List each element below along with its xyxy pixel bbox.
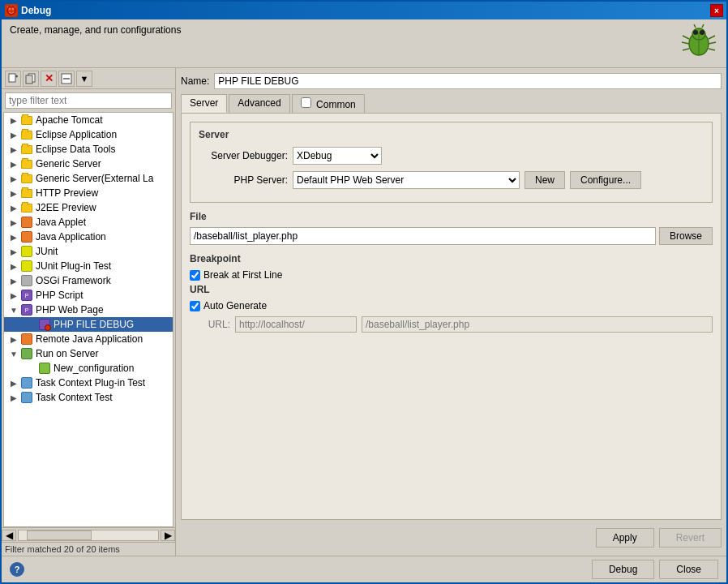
collapse-button[interactable]	[58, 71, 75, 87]
right-panel: Name: Server Advanced Common	[176, 68, 726, 556]
url-label: URL:	[190, 319, 230, 330]
tree-item-php-script[interactable]: ▶ P PHP Script	[4, 288, 173, 303]
tree-item-eclipse-data-tools[interactable]: ▶ Eclipse Data Tools	[4, 142, 173, 157]
debugger-label: Server Debugger:	[199, 150, 288, 161]
new-config-button[interactable]	[5, 71, 21, 87]
junit-icon	[20, 245, 33, 258]
tree-item-label: PHP Script	[36, 290, 83, 301]
php-server-row: PHP Server: Default PHP Web Server New C…	[199, 171, 704, 189]
expand-icon: ▶	[7, 260, 20, 273]
svg-line-15	[709, 42, 716, 44]
horizontal-scrollbar[interactable]	[18, 530, 159, 541]
auto-generate-checkbox[interactable]	[190, 301, 200, 311]
tree-item-java-applet[interactable]: ▶ Java Applet	[4, 215, 173, 230]
folder-icon	[20, 201, 33, 214]
auto-generate-label: Auto Generate	[203, 300, 267, 311]
filter-input[interactable]	[5, 92, 172, 109]
tree-item-junit-plugin[interactable]: ▶ JUnit Plug-in Test	[4, 259, 173, 273]
toolbar: ✕ ▼	[2, 68, 175, 89]
tree-item-label: PHP Web Page	[36, 304, 104, 316]
tree-item-task-context-plugin[interactable]: ▶ Task Context Plug-in Test	[4, 376, 173, 390]
folder-icon	[20, 143, 33, 156]
tree-item-http-preview[interactable]: ▶ HTTP Preview	[4, 186, 173, 200]
new-server-button[interactable]: New	[525, 171, 565, 189]
php-server-label: PHP Server:	[199, 174, 288, 186]
common-tab-checkbox[interactable]	[301, 97, 311, 108]
bug-icon-area	[679, 21, 718, 62]
browse-button[interactable]: Browse	[659, 227, 713, 245]
server-section-title: Server	[199, 129, 704, 140]
tree-item-generic-server-ext[interactable]: ▶ Generic Server(External La	[4, 171, 173, 186]
task-icon	[20, 391, 33, 404]
delete-config-button[interactable]: ✕	[41, 71, 57, 87]
tab-common[interactable]: Common	[292, 94, 365, 113]
configure-server-button[interactable]: Configure...	[570, 171, 641, 189]
revert-button[interactable]: Revert	[659, 528, 722, 548]
help-button[interactable]: ?	[10, 562, 24, 577]
tree-item-label: Task Context Plug-in Test	[36, 377, 145, 389]
tree-item-label: Apache Tomcat	[36, 114, 103, 126]
tree-item-osgi[interactable]: ▶ OSGi Framework	[4, 273, 173, 288]
svg-line-3	[7, 6, 8, 7]
debugger-row: Server Debugger: XDebug	[199, 147, 704, 165]
tree-item-junit[interactable]: ▶ JUnit	[4, 244, 173, 259]
expand-icon	[30, 318, 38, 331]
tree-item-new-configuration[interactable]: New_configuration	[4, 361, 173, 376]
expand-icon: ▼	[7, 347, 20, 360]
bug-icon	[679, 21, 718, 60]
tree-item-run-on-server[interactable]: ▼ Run on Server	[4, 346, 173, 361]
junit-icon	[20, 260, 33, 273]
tree-item-php-file-debug[interactable]: PHP FILE DEBUG	[4, 317, 173, 332]
breakpoint-section: Breakpoint Break at First Line	[190, 253, 713, 281]
java-applet-icon	[20, 216, 33, 229]
filter-status: Filter matched 20 of 20 items	[2, 542, 175, 556]
tree-item-label: JUnit	[36, 246, 58, 257]
filter-button[interactable]: ▼	[76, 71, 92, 87]
svg-line-13	[683, 49, 689, 50]
debug-button[interactable]: Debug	[592, 560, 654, 579]
svg-line-18	[702, 24, 704, 28]
window-title: Debug	[21, 5, 710, 16]
form-buttons: Apply Revert	[181, 525, 722, 551]
name-input[interactable]	[214, 73, 722, 89]
close-window-button[interactable]: ×	[710, 4, 723, 17]
tree-item-remote-java[interactable]: ▶ Remote Java Application	[4, 332, 173, 346]
tree-item-java-application[interactable]: ▶ Java Application	[4, 230, 173, 244]
scroll-right-button[interactable]: ▶	[161, 530, 175, 541]
tree-item-eclipse-application[interactable]: ▶ Eclipse Application	[4, 127, 173, 142]
expand-icon: ▶	[7, 289, 20, 302]
svg-line-14	[709, 36, 715, 39]
expand-icon: ▶	[7, 216, 20, 229]
expand-icon: ▶	[7, 274, 20, 287]
tree-item-label: HTTP Preview	[36, 187, 98, 199]
url-left-input[interactable]	[235, 316, 357, 333]
tree-item-label: Generic Server	[36, 158, 101, 170]
php-server-select[interactable]: Default PHP Web Server	[293, 171, 520, 189]
content-panel: Server Server Debugger: XDebug PHP Serve…	[181, 113, 722, 520]
php-web-icon: P	[20, 303, 33, 316]
remote-java-icon	[20, 333, 33, 346]
scroll-left-button[interactable]: ◀	[2, 530, 16, 541]
debugger-select[interactable]: XDebug	[293, 147, 382, 165]
tree-item-label: Eclipse Data Tools	[36, 144, 116, 155]
folder-icon	[20, 114, 33, 127]
tab-server[interactable]: Server	[181, 94, 227, 113]
tree-item-apache-tomcat[interactable]: ▶ Apache Tomcat	[4, 113, 173, 127]
apply-button[interactable]: Apply	[596, 528, 654, 548]
tree-item-label: Java Applet	[36, 217, 86, 228]
break-first-line-checkbox[interactable]	[190, 270, 200, 281]
tree-item-j2ee-preview[interactable]: ▶ J2EE Preview	[4, 200, 173, 215]
tree-item-task-context-test[interactable]: ▶ Task Context Test	[4, 390, 173, 405]
config-icon	[38, 362, 51, 375]
title-bar: Debug ×	[2, 2, 726, 19]
close-button[interactable]: Close	[659, 560, 718, 579]
svg-line-12	[682, 42, 689, 44]
file-path-input[interactable]	[190, 227, 656, 245]
url-right-input[interactable]	[362, 316, 713, 333]
tree-item-php-web-page[interactable]: ▼ P PHP Web Page	[4, 303, 173, 317]
copy-config-button[interactable]	[23, 71, 39, 87]
tree-item-generic-server[interactable]: ▶ Generic Server	[4, 157, 173, 171]
tab-advanced[interactable]: Advanced	[229, 94, 289, 113]
config-tree: ▶ Apache Tomcat ▶ Eclipse Application ▶ …	[3, 112, 173, 527]
breakpoint-title: Breakpoint	[190, 253, 713, 264]
